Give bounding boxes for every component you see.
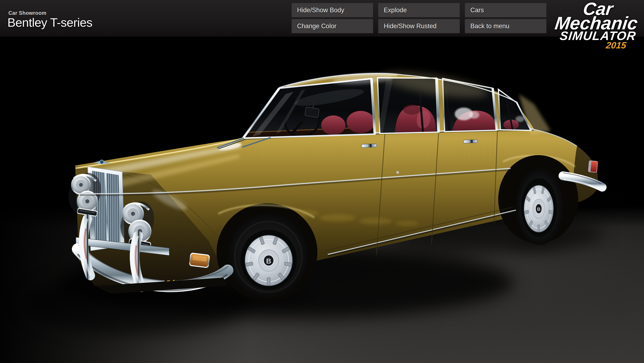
door-keyhole — [396, 171, 399, 174]
game-screen: B B — [0, 0, 644, 363]
breadcrumb: Car Showroom — [8, 10, 46, 16]
change-color-button[interactable]: Change Color — [292, 19, 373, 33]
cars-button[interactable]: Cars — [465, 3, 546, 17]
showroom-actions: Hide/Show Body Explode Cars Change Color… — [292, 3, 546, 33]
front-wheel: B — [227, 213, 308, 298]
front-hubcap-emblem: B — [266, 257, 271, 265]
door-handle-front — [362, 144, 377, 148]
game-logo: Car Mechanic SIMULATOR 2015 — [552, 1, 640, 49]
logo-year: 2015 — [552, 42, 627, 49]
hide-show-rusted-button[interactable]: Hide/Show Rusted — [378, 19, 460, 33]
page-title: Bentley T-series — [8, 16, 92, 30]
header-bar: Car Showroom Bentley T-series Hide/Show … — [0, 0, 644, 37]
showroom-viewport[interactable]: B B — [0, 0, 644, 363]
tail-light — [588, 161, 598, 172]
explode-button[interactable]: Explode — [378, 3, 460, 17]
door-handle-rear — [464, 140, 478, 143]
back-to-menu-button[interactable]: Back to menu — [465, 19, 546, 33]
logo-line-simulator: SIMULATOR — [553, 31, 637, 41]
logo-line-mechanic: Mechanic — [554, 16, 638, 31]
side-marker-amber — [190, 253, 210, 267]
rear-hubcap-emblem: B — [537, 207, 540, 212]
hide-show-body-button[interactable]: Hide/Show Body — [292, 3, 373, 17]
rear-wheel: B — [515, 168, 564, 245]
